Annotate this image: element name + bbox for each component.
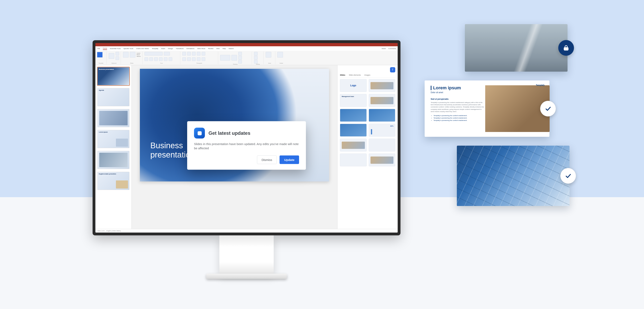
reuse-slides-icon[interactable] xyxy=(130,52,136,58)
ppt-ribbon: Templafy Clipboard xyxy=(96,51,398,65)
ribbon-section-slides: Slides xyxy=(123,62,141,64)
menu-slide-show[interactable]: Slide Show xyxy=(197,48,205,50)
float-card-2: Templafy Lorem ipsum Dolor sit amet Sed … xyxy=(425,80,550,137)
font-color-icon[interactable] xyxy=(164,57,168,61)
panel-card-photo-2[interactable] xyxy=(369,109,396,122)
font-size-dropdown[interactable] xyxy=(164,52,170,56)
menu-transitions[interactable]: Transitions xyxy=(176,48,184,50)
menu-charts-tables[interactable]: Charts and Tables xyxy=(136,48,149,50)
ribbon-section-templafy: Templafy xyxy=(97,62,105,64)
update-button[interactable]: Update xyxy=(280,155,299,164)
menu-specific-tools[interactable]: Specific Tools xyxy=(123,48,133,50)
share-button[interactable]: Share xyxy=(382,48,386,50)
thumb-1[interactable]: Business presentation Business presentat… xyxy=(98,67,130,85)
reset-label[interactable]: Reset xyxy=(137,54,141,55)
thumb-4[interactable]: Lorem ipsum xyxy=(98,130,130,148)
floating-cards: Templafy Lorem ipsum Dolor sit amet Sed … xyxy=(465,24,568,215)
thumb-3[interactable] xyxy=(98,109,130,127)
menu-animations[interactable]: Animations xyxy=(186,48,194,50)
panel-card-people-1[interactable] xyxy=(369,79,396,92)
justify-icon[interactable] xyxy=(197,57,200,61)
align-right-icon[interactable] xyxy=(192,57,196,61)
paste-icon[interactable] xyxy=(109,53,114,59)
cut-icon[interactable] xyxy=(116,52,119,56)
align-center-icon[interactable] xyxy=(187,57,191,61)
thumb-4-title: Lorem ipsum xyxy=(99,131,108,133)
monitor-stand-neck xyxy=(219,235,274,274)
italic-icon[interactable] xyxy=(149,57,153,61)
ribbon-clipboard: Clipboard xyxy=(108,52,121,64)
panel-card-people-4[interactable] xyxy=(369,154,396,166)
strike-icon[interactable] xyxy=(159,57,162,61)
panel-card-people-3[interactable] xyxy=(340,138,367,152)
dictate-icon[interactable] xyxy=(266,52,271,58)
menu-file[interactable]: File xyxy=(98,48,100,50)
menu-help[interactable]: Help xyxy=(222,48,226,50)
shape-fill-icon[interactable] xyxy=(238,52,242,56)
highlight-icon[interactable] xyxy=(169,57,172,61)
font-family-dropdown[interactable] xyxy=(144,52,162,56)
dismiss-button[interactable]: Dismiss xyxy=(257,155,277,164)
bullets-icon[interactable] xyxy=(182,52,186,56)
menu-insert[interactable]: Insert xyxy=(161,48,165,50)
panel-card-people-2[interactable] xyxy=(369,94,396,107)
layout-label[interactable]: Layout xyxy=(137,52,141,54)
ribbon-section-voice: Voice xyxy=(266,62,274,64)
indent-inc-icon[interactable] xyxy=(197,52,200,56)
indent-dec-icon[interactable] xyxy=(192,52,196,56)
menu-design[interactable]: Design xyxy=(168,48,173,50)
shape-effects-icon[interactable] xyxy=(238,60,242,64)
templafy-badge-icon[interactable]: T xyxy=(390,67,395,72)
align-left-icon[interactable] xyxy=(182,57,186,61)
thumb-2[interactable]: Agenda xyxy=(98,88,130,106)
panel-tab-images[interactable]: Images xyxy=(364,74,370,76)
menu-review[interactable]: Review xyxy=(208,48,213,50)
panel-card-chart[interactable] xyxy=(369,124,396,136)
menu-templafy[interactable]: Templafy xyxy=(152,48,158,50)
panel-tab-slides[interactable]: Slides xyxy=(340,74,345,76)
numbering-icon[interactable] xyxy=(187,52,191,56)
menu-essential-tools[interactable]: Essential Tools xyxy=(110,48,120,50)
panel-card-photo-3[interactable] xyxy=(340,124,367,136)
ribbon-section-editing: Editing xyxy=(254,64,262,65)
underline-icon[interactable] xyxy=(154,57,158,61)
bold-icon[interactable] xyxy=(144,57,148,61)
copy-icon[interactable] xyxy=(116,56,119,60)
menu-home[interactable]: Home xyxy=(103,47,107,50)
panel-card-team[interactable]: Management team xyxy=(340,94,367,107)
panel-tab-elements[interactable]: Slide elements xyxy=(349,74,361,76)
slide-thumbnails[interactable]: Business presentation Business presentat… xyxy=(96,65,132,229)
panel-card-text-2[interactable] xyxy=(340,154,367,166)
section-label[interactable]: Section xyxy=(137,56,141,57)
ribbon-section-delete: Delete xyxy=(277,62,285,64)
ribbon-section-paragraph: Paragraph xyxy=(182,62,216,64)
thumb-5[interactable] xyxy=(98,151,130,169)
shapes-gallery-icon[interactable] xyxy=(220,55,230,60)
comments-button[interactable]: Comments xyxy=(388,48,396,50)
menu-search[interactable]: Search xyxy=(228,48,234,50)
panel-card-logo[interactable]: Logo xyxy=(340,79,367,92)
ppt-menu: File Home Essential Tools Specific Tools… xyxy=(96,46,398,51)
float-card-2-heading: Lorem ipsum xyxy=(431,85,485,90)
panel-tabs: Slides Slide elements Images xyxy=(340,74,395,78)
arrange-icon[interactable] xyxy=(232,55,237,60)
thumb-6[interactable]: English-Arabic promotion xyxy=(98,172,130,190)
new-slide-icon[interactable] xyxy=(123,52,128,58)
update-dialog: Get latest updates Slides in this presen… xyxy=(187,121,306,170)
replace-icon[interactable] xyxy=(254,56,258,60)
line-spacing-icon[interactable] xyxy=(202,52,205,56)
columns-icon[interactable] xyxy=(202,57,205,61)
menu-view[interactable]: View xyxy=(216,48,220,50)
delete-icon[interactable] xyxy=(277,52,283,58)
panel-card-photo-1[interactable] xyxy=(340,109,367,122)
templafy-icon[interactable] xyxy=(97,52,103,58)
panel-card-text-1[interactable] xyxy=(369,138,396,152)
select-icon[interactable] xyxy=(254,60,258,64)
find-icon[interactable] xyxy=(254,52,258,56)
shape-outline-icon[interactable] xyxy=(238,56,242,60)
float-card-2-bullets: Templafy is pioneering the content enabl… xyxy=(431,115,485,121)
float-card-1 xyxy=(465,24,568,72)
ribbon-slides: Layout Reset Section Slides xyxy=(122,52,142,64)
status-bar: Slide 1 of 6 English (United States) xyxy=(96,229,398,232)
monitor-bezel: File Home Essential Tools Specific Tools… xyxy=(92,40,400,235)
